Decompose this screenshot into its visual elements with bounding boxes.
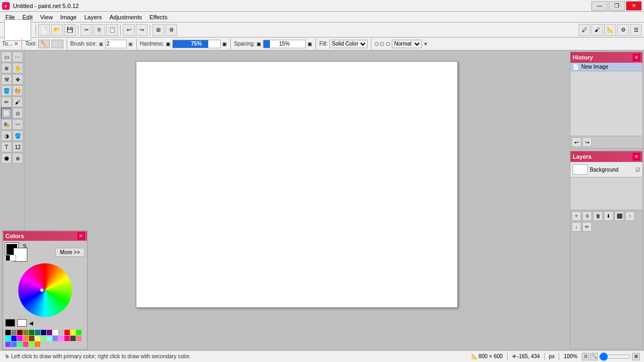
palette-color-cell[interactable] — [17, 342, 23, 347]
palette-color-cell[interactable] — [29, 330, 34, 335]
palette-color-cell[interactable] — [29, 342, 34, 347]
menu-layers[interactable]: Layers — [81, 13, 105, 21]
toolbar-r4[interactable]: ⚙ — [617, 24, 629, 36]
open-button[interactable]: 📂 — [51, 24, 63, 36]
more-colors-button[interactable]: More >> — [55, 248, 85, 257]
hardness-bar[interactable]: 75% — [172, 40, 221, 48]
palette-color-cell[interactable] — [35, 330, 40, 335]
palette-color-cell[interactable] — [58, 330, 64, 335]
palette-color-cell[interactable] — [70, 330, 76, 335]
palette-color-cell[interactable] — [64, 330, 70, 335]
tool-zoom-out[interactable]: ✋ — [12, 63, 23, 73]
palette-left-arrow[interactable]: ◀ — [29, 320, 33, 326]
tool-fill[interactable]: 🪣 — [1, 85, 12, 96]
tool-color-picker[interactable]: 🎨 — [12, 85, 23, 96]
canvas-container[interactable] — [25, 50, 569, 350]
palette-color-cell[interactable] — [53, 330, 58, 335]
layer-visibility-checkbox[interactable]: ☑ — [635, 167, 640, 173]
zoom-fit2-button[interactable]: ⊠ — [632, 353, 640, 360]
palette-color-cell[interactable] — [64, 336, 70, 341]
tool-paint-bucket[interactable]: 🪣 — [12, 130, 23, 141]
tool-lasso-select[interactable]: ⋯ — [12, 51, 23, 62]
tool-brush[interactable]: 🖌 — [12, 97, 23, 107]
toolbar-r3[interactable]: 📐 — [604, 24, 616, 36]
redo-button[interactable]: ↪ — [136, 24, 148, 36]
palette-color-cell[interactable] — [76, 336, 82, 341]
palette-color-cell[interactable] — [29, 336, 34, 341]
palette-color-cell[interactable] — [23, 336, 28, 341]
reset-bg-icon[interactable] — [10, 255, 16, 261]
zoom-slider[interactable] — [599, 353, 631, 360]
layer-merge-all-btn[interactable]: ⬛ — [614, 211, 624, 221]
palette-color-cell[interactable] — [11, 342, 17, 347]
palette-color-cell[interactable] — [76, 330, 82, 335]
toolbar-r1[interactable]: 🖊 — [579, 24, 590, 36]
tool-move[interactable]: ✥ — [12, 74, 23, 85]
palette-color-cell[interactable] — [5, 330, 11, 335]
palette-fg-swatch[interactable] — [5, 319, 15, 327]
tool-clone-stamp[interactable]: ⊙ — [12, 108, 23, 119]
settings-button[interactable]: ⚙ — [165, 24, 177, 36]
palette-color-cell[interactable] — [11, 336, 17, 341]
toolbar-r5[interactable]: ☰ — [630, 24, 642, 36]
color-wheel[interactable] — [18, 263, 72, 317]
tool-smudge[interactable]: 〰 — [12, 119, 23, 130]
palette-color-cell[interactable] — [17, 336, 23, 341]
palette-color-cell[interactable] — [11, 330, 17, 335]
palette-color-cell[interactable] — [70, 336, 76, 341]
palette-color-cell[interactable] — [47, 330, 52, 335]
zoom-fit-button[interactable]: ⊡ — [582, 353, 589, 360]
palette-color-cell[interactable] — [35, 336, 40, 341]
spacing-increase[interactable]: ▣ — [308, 41, 312, 47]
swap-colors-icon[interactable]: ⇅ — [23, 243, 27, 249]
fill-select[interactable]: Solid Color Gradient Pattern — [330, 40, 368, 48]
toolbar-r2[interactable]: 🖌 — [591, 24, 603, 36]
palette-color-cell[interactable] — [58, 336, 64, 341]
tool-extra[interactable]: ⊕ — [12, 153, 23, 164]
tool-zoom-in[interactable]: ⊕ — [1, 63, 12, 73]
tool-gradient[interactable]: ◑ — [1, 130, 12, 141]
tool-recolor[interactable]: 🎭 — [1, 119, 12, 130]
restore-button[interactable]: ❐ — [609, 1, 625, 11]
brush-size-input[interactable] — [105, 40, 127, 48]
tool-eraser[interactable]: ⬜ — [1, 108, 12, 119]
to-close[interactable]: ✕ — [14, 41, 18, 47]
layer-delete-btn[interactable]: 🗑 — [593, 211, 603, 221]
palette-color-cell[interactable] — [47, 336, 52, 341]
undo-button[interactable]: ↩ — [123, 24, 135, 36]
palette-color-cell[interactable] — [17, 330, 23, 335]
brush-decrease[interactable]: ▣ — [99, 41, 104, 47]
save-button[interactable]: 💾 — [64, 24, 76, 36]
palette-color-cell[interactable] — [53, 336, 58, 341]
copy-button[interactable]: ⎘ — [93, 24, 105, 36]
tool-magic-wand[interactable]: ⚒ — [1, 74, 12, 85]
brush-increase[interactable]: ▣ — [128, 41, 133, 47]
palette-color-cell[interactable] — [41, 336, 46, 341]
palette-color-cell[interactable] — [23, 342, 28, 347]
layer-new-btn[interactable]: + — [572, 211, 581, 221]
cut-button[interactable]: ✂ — [80, 24, 92, 36]
history-undo-btn[interactable]: ↩ — [572, 137, 581, 147]
layers-close-button[interactable]: ✕ — [633, 153, 640, 160]
palette-bg-swatch[interactable] — [17, 319, 27, 327]
tool-text[interactable]: T — [1, 142, 12, 152]
palette-color-cell[interactable] — [5, 342, 11, 347]
layer-merge-down-btn[interactable]: ⬇ — [604, 211, 613, 221]
tool-shapes[interactable]: ⬟ — [1, 153, 12, 164]
menu-view[interactable]: View — [37, 13, 56, 21]
history-close-button[interactable]: ✕ — [633, 54, 640, 61]
paste-button[interactable]: 📋 — [106, 24, 118, 36]
layer-move-up-btn[interactable]: ↑ — [625, 211, 635, 221]
palette-color-cell[interactable] — [5, 336, 11, 341]
zoom-search-button[interactable]: 🔍 — [590, 353, 598, 360]
layer-move-down-btn[interactable]: ↓ — [572, 222, 581, 232]
tool-number[interactable]: 12 — [12, 142, 23, 152]
hardness-decrease[interactable]: ▣ — [166, 41, 171, 47]
layer-copy-btn[interactable]: ⎘ — [582, 211, 592, 221]
blend-select[interactable]: Normal Multiply Screen — [392, 40, 422, 48]
palette-color-cell[interactable] — [23, 330, 28, 335]
close-button[interactable]: ✕ — [626, 1, 642, 11]
spacing-bar[interactable]: 15% — [263, 40, 306, 48]
main-canvas[interactable] — [136, 61, 458, 308]
grid-button[interactable]: ⊞ — [152, 24, 164, 36]
